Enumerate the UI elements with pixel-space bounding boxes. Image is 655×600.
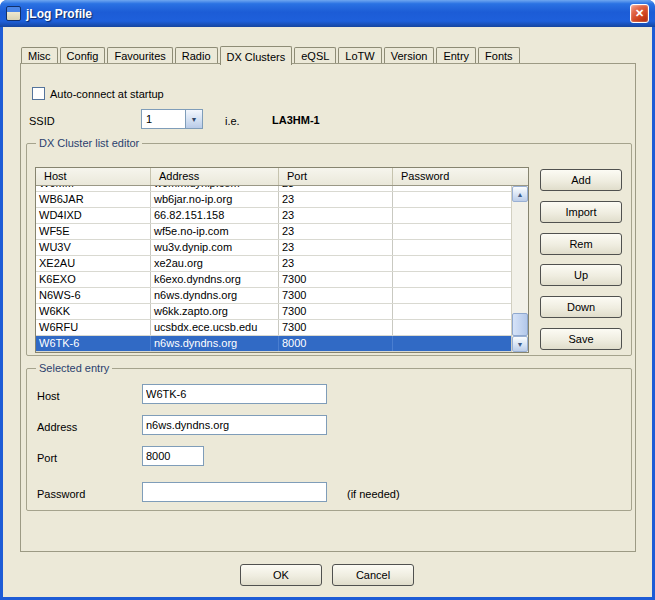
ssid-selected-value: 1 [146, 113, 152, 125]
cell-host: N6WS-6 [36, 288, 151, 303]
tab-lotw[interactable]: LoTW [338, 47, 381, 63]
cell-password [393, 256, 511, 271]
cell-port: 23 [279, 224, 393, 239]
selected-entry-group: Selected entry Host Address Port Passwor… [26, 368, 632, 511]
up-button[interactable]: Up [540, 264, 622, 286]
cell-password [393, 272, 511, 287]
cell-port: 23 [279, 208, 393, 223]
ssid-example: LA3HM-1 [272, 114, 320, 126]
table-row[interactable]: N6WS-6n6ws.dyndns.org7300 [36, 288, 511, 304]
cell-host: W6TK-6 [36, 336, 151, 351]
import-button[interactable]: Import [540, 201, 622, 223]
cell-host: WD4IXD [36, 208, 151, 223]
password-label: Password [37, 488, 85, 500]
column-header-host[interactable]: Host [36, 168, 151, 185]
scroll-down-button[interactable]: ▼ [512, 336, 528, 352]
cell-address: 66.82.151.158 [151, 208, 279, 223]
cell-port: 23 [279, 186, 393, 191]
table-row[interactable]: W6TK-6n6ws.dyndns.org8000 [36, 336, 511, 352]
tab-eqsl[interactable]: eQSL [294, 47, 336, 63]
cell-port: 7300 [279, 320, 393, 335]
table-row[interactable]: WF5Ewf5e.no-ip.com23 [36, 224, 511, 240]
cell-port: 23 [279, 240, 393, 255]
ssid-dropdown-button[interactable]: ▼ [185, 110, 202, 128]
cluster-table-rows: W0MM w0mm.dynip.com 23 WB6JARwb6jar.no-i… [36, 186, 511, 352]
cell-host: WB6JAR [36, 192, 151, 207]
cell-address: w0mm.dynip.com [151, 186, 279, 191]
close-button[interactable]: ✕ [630, 4, 649, 23]
tab-favourites[interactable]: Favourites [107, 47, 172, 63]
password-note: (if needed) [347, 488, 400, 500]
tab-dx-clusters[interactable]: DX Clusters [220, 46, 293, 65]
table-row[interactable]: WD4IXD66.82.151.15823 [36, 208, 511, 224]
chevron-down-icon: ▼ [191, 116, 198, 123]
auto-connect-label[interactable]: Auto-connect at startup [50, 88, 164, 100]
cell-password [393, 304, 511, 319]
cell-password [393, 288, 511, 303]
host-field[interactable] [142, 384, 327, 404]
cell-host: WU3V [36, 240, 151, 255]
table-row[interactable]: W6RFUucsbdx.ece.ucsb.edu7300 [36, 320, 511, 336]
rem-button[interactable]: Rem [540, 233, 622, 255]
cell-host: WF5E [36, 224, 151, 239]
cluster-table-header: Host Address Port Password [36, 168, 528, 186]
dx-clusters-tab-panel: Auto-connect at startup SSID 1 ▼ i.e. LA… [20, 63, 636, 552]
tab-entry[interactable]: Entry [436, 47, 476, 63]
window-title: jLog Profile [26, 7, 625, 21]
cell-password [393, 224, 511, 239]
cluster-group-title: DX Cluster list editor [36, 137, 142, 150]
cell-password [393, 320, 511, 335]
table-row[interactable]: WU3Vwu3v.dynip.com23 [36, 240, 511, 256]
scroll-up-button[interactable]: ▲ [512, 186, 528, 202]
cell-address: wu3v.dynip.com [151, 240, 279, 255]
tab-config[interactable]: Config [60, 47, 106, 63]
add-button[interactable]: Add [540, 169, 622, 191]
cell-address: w6kk.zapto.org [151, 304, 279, 319]
password-field[interactable] [142, 482, 327, 502]
cell-port: 7300 [279, 304, 393, 319]
cell-address: n6ws.dyndns.org [151, 288, 279, 303]
tab-fonts[interactable]: Fonts [478, 47, 520, 63]
cell-password [393, 336, 511, 351]
ssid-label: SSID [29, 115, 55, 127]
cluster-list-editor-group: DX Cluster list editor Host Address Port… [26, 143, 632, 356]
table-row[interactable]: W6KKw6kk.zapto.org7300 [36, 304, 511, 320]
scroll-down-icon: ▼ [517, 341, 524, 348]
cell-host: K6EXO [36, 272, 151, 287]
host-label: Host [37, 390, 60, 402]
cell-port: 7300 [279, 288, 393, 303]
cancel-button[interactable]: Cancel [332, 564, 414, 586]
cell-port: 23 [279, 192, 393, 207]
jlog-profile-dialog: jLog Profile ✕ Misc Config Favourites Ra… [0, 0, 655, 600]
cell-address: n6ws.dyndns.org [151, 336, 279, 351]
scrollbar-thumb[interactable] [512, 313, 528, 336]
column-header-port[interactable]: Port [279, 168, 393, 185]
port-field[interactable] [142, 446, 204, 466]
ok-button[interactable]: OK [240, 564, 322, 586]
address-field[interactable] [142, 415, 327, 435]
table-row[interactable]: K6EXOk6exo.dyndns.org7300 [36, 272, 511, 288]
cell-port: 7300 [279, 272, 393, 287]
cell-password [393, 240, 511, 255]
table-row[interactable]: WB6JARwb6jar.no-ip.org23 [36, 192, 511, 208]
cell-host: W0MM [36, 186, 151, 191]
cell-port: 23 [279, 256, 393, 271]
tab-version[interactable]: Version [384, 47, 435, 63]
column-header-password[interactable]: Password [393, 168, 528, 185]
cell-address: xe2au.org [151, 256, 279, 271]
column-header-address[interactable]: Address [151, 168, 279, 185]
cell-host: W6RFU [36, 320, 151, 335]
vertical-scrollbar[interactable]: ▲ ▼ [511, 186, 528, 352]
save-button[interactable]: Save [540, 328, 622, 350]
table-row[interactable]: XE2AUxe2au.org23 [36, 256, 511, 272]
ssid-dropdown[interactable]: 1 ▼ [141, 109, 203, 129]
tab-misc[interactable]: Misc [21, 47, 58, 63]
tab-radio[interactable]: Radio [175, 47, 218, 63]
down-button[interactable]: Down [540, 296, 622, 318]
scroll-up-icon: ▲ [517, 191, 524, 198]
titlebar[interactable]: jLog Profile ✕ [0, 0, 655, 27]
ie-label: i.e. [225, 115, 240, 127]
cell-address: k6exo.dyndns.org [151, 272, 279, 287]
auto-connect-checkbox[interactable] [32, 87, 45, 100]
app-icon [6, 6, 21, 21]
